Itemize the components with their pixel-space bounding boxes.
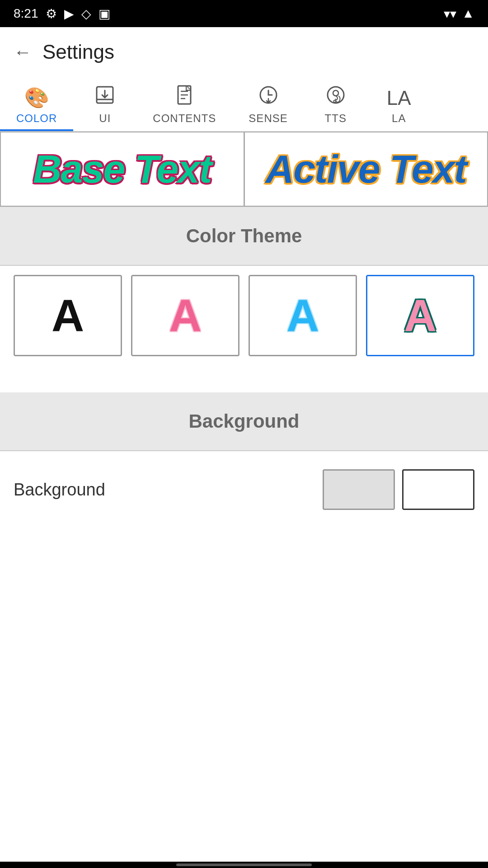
svg-point-9 <box>333 100 336 103</box>
status-right: ▾▾ ▲ <box>444 6 474 21</box>
theme-options: A A A A <box>0 266 488 365</box>
active-text-preview[interactable]: Active Text <box>244 132 488 207</box>
tab-sense[interactable]: SENSE <box>232 77 304 131</box>
hearing-icon <box>326 85 346 109</box>
background-row-label: Background <box>14 480 105 500</box>
clipboard-status-icon: ▣ <box>99 6 110 21</box>
theme-option-teal[interactable]: A <box>366 275 474 356</box>
tab-ui-label: UI <box>99 112 111 125</box>
base-text: Base Text <box>33 146 211 192</box>
tab-la[interactable]: LA LA <box>367 79 431 131</box>
background-swatch-gray[interactable] <box>323 469 395 510</box>
tab-contents-label: CONTENTS <box>153 112 216 125</box>
theme-letter-black: A <box>52 290 84 342</box>
document-icon <box>174 85 194 109</box>
theme-letter-blue: A <box>286 290 319 342</box>
base-text-preview[interactable]: Base Text <box>0 132 244 207</box>
theme-letter-teal: A <box>404 290 436 342</box>
download-box-icon <box>95 85 115 109</box>
preview-section: Base Text Active Text <box>0 132 488 207</box>
tab-color[interactable]: 🎨 COLOR <box>0 78 73 131</box>
background-row: Background <box>0 451 488 528</box>
bottom-indicator <box>176 863 312 866</box>
theme-letter-pink: A <box>169 290 202 342</box>
tab-la-label: LA <box>392 112 406 125</box>
tab-ui[interactable]: UI <box>73 77 136 131</box>
status-left: 8:21 ⚙ ▶ ◇ ▣ <box>14 6 110 21</box>
background-section-title: Background <box>188 410 299 432</box>
settings-status-icon: ⚙ <box>46 6 57 21</box>
signal-icon: ▲ <box>462 6 474 21</box>
tab-tts[interactable]: TTS <box>304 77 367 131</box>
theme-option-pink[interactable]: A <box>131 275 239 356</box>
background-swatches <box>323 469 474 510</box>
active-text: Active Text <box>266 146 466 192</box>
back-button[interactable]: ← <box>14 42 32 62</box>
color-theme-title: Color Theme <box>186 225 302 246</box>
tab-color-label: COLOR <box>16 112 57 125</box>
content-spacer <box>0 365 488 392</box>
tab-sense-label: SENSE <box>249 112 287 125</box>
palette-icon: 🎨 <box>24 86 49 109</box>
diamond-status-icon: ◇ <box>81 6 91 21</box>
color-theme-header: Color Theme <box>0 207 488 265</box>
play-status-icon: ▶ <box>64 6 74 21</box>
background-swatch-white[interactable] <box>402 469 474 510</box>
clock-download-icon <box>258 85 278 109</box>
svg-point-8 <box>333 90 338 96</box>
tab-contents[interactable]: CONTENTS <box>136 77 232 131</box>
top-bar: ← Settings <box>0 27 488 77</box>
tab-tts-label: TTS <box>325 112 347 125</box>
tab-bar: 🎨 COLOR UI CONTENTS <box>0 77 488 132</box>
status-time: 8:21 <box>14 6 38 21</box>
page-title: Settings <box>42 41 114 63</box>
theme-option-black[interactable]: A <box>14 275 122 356</box>
status-bar: 8:21 ⚙ ▶ ◇ ▣ ▾▾ ▲ <box>0 0 488 27</box>
background-section-header: Background <box>0 392 488 450</box>
la-icon: LA <box>387 87 411 109</box>
theme-option-blue[interactable]: A <box>249 275 357 356</box>
wifi-icon: ▾▾ <box>444 6 456 21</box>
bottom-bar <box>0 862 488 868</box>
